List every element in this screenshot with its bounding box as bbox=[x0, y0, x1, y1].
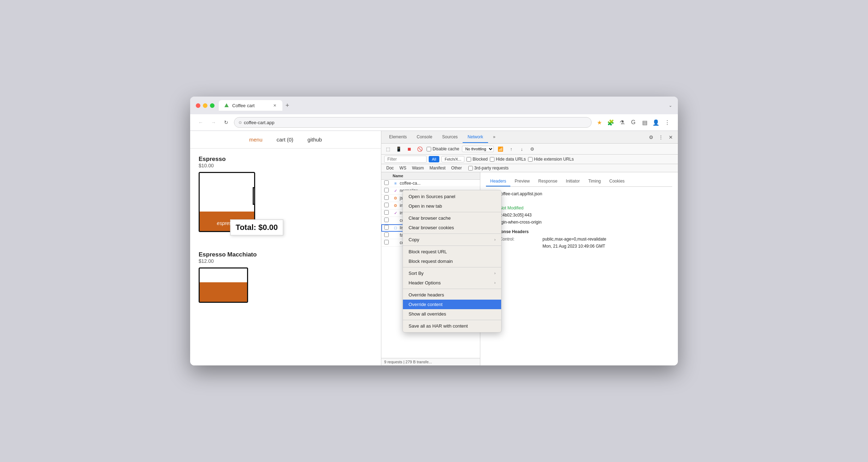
device-toolbar-button[interactable]: 📱 bbox=[395, 145, 403, 153]
detail-date-row: Date: Mon, 21 Aug 2023 10:49:06 GMT bbox=[486, 243, 672, 250]
menu-item-open-sources[interactable]: Open in Sources panel bbox=[403, 192, 501, 201]
tab-close-button[interactable]: ✕ bbox=[272, 103, 277, 108]
maximize-button[interactable] bbox=[210, 103, 215, 108]
tab-console[interactable]: Console bbox=[412, 132, 437, 143]
profile-button[interactable]: 👤 bbox=[651, 117, 661, 127]
macchiato-name: Espresso Macchiato bbox=[199, 251, 373, 258]
extensions-button[interactable]: 🧩 bbox=[606, 117, 616, 127]
hide-extension-urls-checkbox[interactable]: Hide extension URLs bbox=[528, 157, 574, 162]
nav-cart[interactable]: cart (0) bbox=[277, 137, 294, 143]
nav-bar: ← → ↻ ⊙ coffee-cart.app ★ 🧩 ⚗ G ▤ 👤 ⋮ bbox=[190, 114, 678, 131]
upload-button[interactable]: ↑ bbox=[507, 145, 515, 153]
detail-tab-headers[interactable]: Headers bbox=[486, 177, 510, 186]
file-icon: ⚙ bbox=[393, 195, 398, 201]
espresso-label: espresso bbox=[200, 220, 254, 226]
inspect-element-button[interactable]: ⬚ bbox=[384, 145, 392, 153]
menu-item-block-domain[interactable]: Block request domain bbox=[403, 256, 501, 266]
sidebar-button[interactable]: ▤ bbox=[640, 117, 650, 127]
detail-address-row: [64:ff9b::4b02:3c05]:443 bbox=[486, 212, 672, 219]
espresso-price: $10.00 bbox=[199, 163, 373, 168]
espresso-cup[interactable]: espresso bbox=[199, 172, 255, 232]
filter-doc[interactable]: Doc bbox=[384, 165, 396, 171]
menu-item-override-content[interactable]: Override content bbox=[403, 300, 501, 309]
close-devtools-button[interactable]: ✕ bbox=[667, 133, 675, 142]
tab-title: Coffee cart bbox=[232, 103, 269, 108]
more-options-button[interactable]: ⋮ bbox=[657, 133, 665, 142]
filter-wasm[interactable]: Wasm bbox=[410, 165, 426, 171]
throttle-settings-button[interactable]: ⚙ bbox=[528, 145, 536, 153]
tab-more[interactable]: » bbox=[488, 132, 500, 143]
menu-item-override-headers[interactable]: Override headers bbox=[403, 290, 501, 300]
detail-method-row: GET bbox=[486, 197, 672, 204]
hide-data-urls-checkbox[interactable]: Hide data URLs bbox=[490, 157, 526, 162]
close-button[interactable] bbox=[196, 103, 200, 108]
menu-item-save-har[interactable]: Save all as HAR with content bbox=[403, 321, 501, 331]
new-tab-button[interactable]: + bbox=[282, 100, 292, 110]
reload-button[interactable]: ↻ bbox=[221, 117, 231, 127]
menu-item-show-overrides[interactable]: Show all overrides bbox=[403, 309, 501, 319]
menu-item-sort-by[interactable]: Sort By › bbox=[403, 268, 501, 278]
tab-network[interactable]: Network bbox=[463, 132, 488, 143]
address-bar[interactable]: ⊙ coffee-cart.app bbox=[234, 117, 592, 128]
submenu-arrow-copy: › bbox=[494, 238, 495, 242]
filter-input[interactable] bbox=[384, 156, 427, 163]
menu-item-copy[interactable]: Copy › bbox=[403, 235, 501, 244]
detail-url-row: https://coffee-cart.app/list.json bbox=[486, 190, 672, 197]
menu-item-clear-cookies[interactable]: Clear browser cookies bbox=[403, 223, 501, 232]
menu-item-header-options[interactable]: Header Options › bbox=[403, 278, 501, 288]
download-button[interactable]: ↓ bbox=[518, 145, 526, 153]
minimize-button[interactable] bbox=[203, 103, 207, 108]
macchiato-cup[interactable] bbox=[199, 267, 248, 303]
labs-button[interactable]: ⚗ bbox=[617, 117, 627, 127]
back-button[interactable]: ← bbox=[196, 117, 206, 127]
wifi-icon[interactable]: 📶 bbox=[497, 145, 504, 153]
detail-tab-response[interactable]: Response bbox=[534, 177, 562, 186]
tabs-menu-chevron[interactable]: ⌄ bbox=[669, 103, 672, 108]
macchiato-item: Espresso Macchiato $12.00 bbox=[199, 251, 373, 304]
detail-method: GET bbox=[486, 198, 672, 203]
forward-button[interactable]: → bbox=[209, 117, 218, 127]
macchiato-price: $12.00 bbox=[199, 258, 373, 264]
filter-all-button[interactable]: All bbox=[429, 156, 439, 162]
detail-tab-initiator[interactable]: Initiator bbox=[562, 177, 584, 186]
address-text: coffee-cart.app bbox=[244, 120, 587, 125]
stop-recording-button[interactable]: ⏹ bbox=[405, 145, 413, 153]
list-item[interactable]: ≡ coffee-ca... bbox=[381, 180, 480, 187]
site-nav: menu cart (0) github bbox=[190, 131, 381, 149]
tab-bar: Coffee cart ✕ + bbox=[219, 100, 664, 111]
clear-button[interactable]: 🚫 bbox=[416, 145, 424, 153]
grammarly-button[interactable]: G bbox=[628, 117, 638, 127]
settings-button[interactable]: ⚙ bbox=[647, 133, 655, 142]
network-filter-bar: All Fetch/X... Blocked Hide data URLs Hi… bbox=[381, 155, 678, 164]
active-tab[interactable]: Coffee cart ✕ bbox=[219, 100, 282, 111]
detail-tab-cookies[interactable]: Cookies bbox=[605, 177, 629, 186]
filter-manifest[interactable]: Manifest bbox=[427, 165, 447, 171]
separator bbox=[403, 233, 501, 234]
nav-menu[interactable]: menu bbox=[249, 137, 263, 143]
blocked-checkbox[interactable]: Blocked bbox=[467, 157, 488, 162]
cup-handle bbox=[253, 187, 255, 205]
detail-tabs: Headers Preview Response Initiator Timin… bbox=[486, 177, 672, 187]
detail-tab-timing[interactable]: Timing bbox=[584, 177, 605, 186]
bookmark-button[interactable]: ★ bbox=[594, 117, 604, 127]
menu-item-open-new-tab[interactable]: Open in new tab bbox=[403, 201, 501, 211]
detail-url: https://coffee-cart.app/list.json bbox=[486, 191, 672, 196]
third-party-checkbox[interactable]: 3rd-party requests bbox=[468, 166, 509, 171]
disable-cache-checkbox[interactable]: Disable cache bbox=[427, 146, 459, 151]
tab-elements[interactable]: Elements bbox=[384, 132, 412, 143]
more-options-button[interactable]: ⋮ bbox=[662, 117, 672, 127]
menu-item-block-url[interactable]: Block request URL bbox=[403, 247, 501, 256]
filter-ws[interactable]: WS bbox=[397, 165, 408, 171]
detail-tab-preview[interactable]: Preview bbox=[510, 177, 534, 186]
menu-item-clear-cache[interactable]: Clear browser cache bbox=[403, 213, 501, 223]
type-filter-bar: Doc WS Wasm Manifest Other 3rd-party req… bbox=[381, 164, 678, 172]
throttle-select[interactable]: No throttling bbox=[462, 146, 494, 152]
file-icon: ✓ bbox=[393, 210, 398, 216]
filter-other[interactable]: Other bbox=[449, 165, 464, 171]
submenu-arrow-sort: › bbox=[494, 271, 495, 275]
tab-sources[interactable]: Sources bbox=[437, 132, 463, 143]
site-body: Espresso $10.00 espresso Total: $0.00 Es… bbox=[190, 149, 381, 365]
file-icon bbox=[393, 232, 398, 238]
nav-github[interactable]: github bbox=[307, 137, 322, 143]
filter-fetch-button[interactable]: Fetch/X... bbox=[441, 156, 464, 162]
